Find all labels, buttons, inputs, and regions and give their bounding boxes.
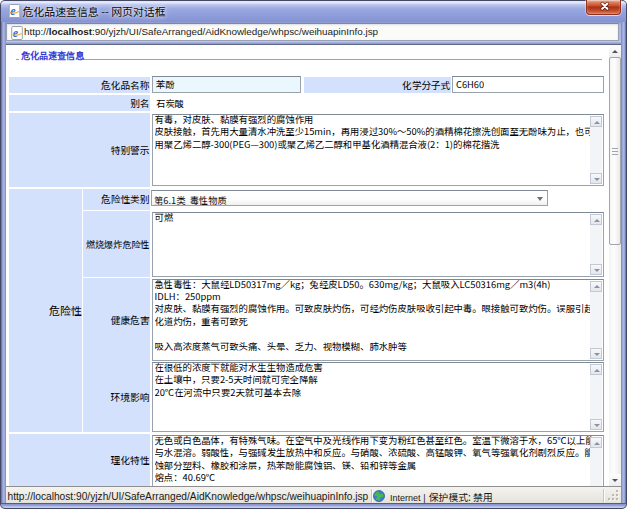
svg-text:e: e bbox=[10, 4, 16, 18]
svg-text:e: e bbox=[13, 26, 19, 40]
